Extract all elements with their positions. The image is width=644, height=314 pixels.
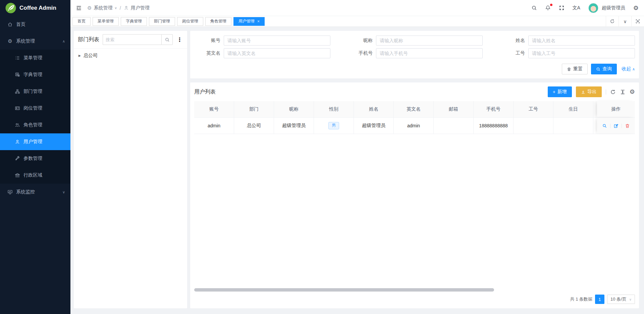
fullscreen-icon[interactable] xyxy=(559,5,565,11)
sidebar-item-label: 字典管理 xyxy=(23,72,42,78)
tab-close-icon[interactable]: × xyxy=(257,19,260,24)
tab-home[interactable]: 首页 xyxy=(72,17,91,26)
department-search-input[interactable] xyxy=(103,34,161,45)
cell-nickname: 超级管理员 xyxy=(274,118,314,134)
cell-email xyxy=(434,118,474,134)
refresh-icon[interactable] xyxy=(606,16,619,27)
sidebar-collapse-icon[interactable] xyxy=(76,5,82,11)
user-list-card: 用户列表 + 新增 导出 xyxy=(190,82,639,308)
reset-button[interactable]: 重置 xyxy=(562,64,588,74)
sidebar-item-system-monitor[interactable]: 系统监控 ∨ xyxy=(0,184,70,200)
page-size-select[interactable]: 10 条/页 ∨ xyxy=(607,295,635,304)
field-name: 姓名 xyxy=(499,36,635,46)
search-icon[interactable] xyxy=(161,34,173,45)
field-english-name: 英文名 xyxy=(194,48,330,58)
horizontal-scrollbar-thumb[interactable] xyxy=(194,288,494,292)
tab-label: 菜单管理 xyxy=(98,18,114,24)
tab-department-management[interactable]: 部门管理 xyxy=(149,17,175,26)
sidebar-item-label: 系统监控 xyxy=(16,189,35,195)
pagination: 共 1 条数据 1 10 条/页 ∨ xyxy=(194,294,635,304)
sidebar-item-department-management[interactable]: 部门管理 xyxy=(0,83,70,100)
sidebar-item-post-management[interactable]: 岗位管理 xyxy=(0,100,70,117)
chevron-up-icon: ∧ xyxy=(62,39,65,44)
sidebar-item-label: 菜单管理 xyxy=(23,55,42,61)
main-content: 部门列表 ⋮ ▶ 总公司 账号 xyxy=(70,27,644,314)
caret-right-icon[interactable]: ▶ xyxy=(78,54,81,57)
sidebar-item-role-management[interactable]: 角色管理 xyxy=(0,117,70,133)
user-list-actions: + 新增 导出 ⚙ xyxy=(548,86,635,97)
sidebar-item-label: 部门管理 xyxy=(23,88,42,95)
monitor-icon xyxy=(7,189,13,195)
sidebar-item-parameter-management[interactable]: 参数管理 xyxy=(0,150,70,167)
row-spacer xyxy=(593,118,597,134)
breadcrumb-label: 用户管理 xyxy=(131,5,150,11)
collapse-link-label: 收起 xyxy=(622,66,631,72)
logo[interactable]: Coffee Admin xyxy=(0,0,70,16)
sidebar-item-label: 行政区域 xyxy=(23,172,42,178)
more-options-icon[interactable]: ⋮ xyxy=(176,36,183,43)
tab-bar: 首页 菜单管理 字典管理 部门管理 岗位管理 角色管理 用户管理 × ∨ xyxy=(70,16,644,27)
field-account: 账号 xyxy=(194,36,330,46)
cell-account: admin xyxy=(194,118,234,134)
phone-input[interactable] xyxy=(376,48,483,58)
row-height-icon[interactable] xyxy=(620,89,626,95)
sidebar-item-menu-management[interactable]: 菜单管理 xyxy=(0,50,70,66)
english-name-input[interactable] xyxy=(224,48,330,58)
column-header-nickname: 昵称 xyxy=(274,101,314,117)
right-column: 账号 昵称 姓名 英文名 手机号 xyxy=(190,31,639,308)
tab-menu-management[interactable]: 菜单管理 xyxy=(93,17,119,26)
sidebar-item-administrative-region[interactable]: 行政区域 xyxy=(0,167,70,184)
pagination-page-1[interactable]: 1 xyxy=(595,295,604,304)
view-row-icon[interactable] xyxy=(602,123,607,128)
tab-label: 岗位管理 xyxy=(182,18,198,24)
user-icon xyxy=(15,139,20,144)
add-user-button[interactable]: + 新增 xyxy=(548,86,572,97)
roles-icon xyxy=(15,122,20,128)
name-input[interactable] xyxy=(528,36,635,46)
column-header-email: 邮箱 xyxy=(434,101,474,117)
tab-options-chevron-icon[interactable]: ∨ xyxy=(619,16,631,27)
collapse-form-link[interactable]: 收起 ∧ xyxy=(622,66,635,72)
sidebar-item-home[interactable]: 首页 xyxy=(0,16,70,33)
department-tree: ▶ 总公司 xyxy=(74,49,187,63)
sidebar-item-system-management[interactable]: ⚙ 系统管理 ∧ xyxy=(0,33,70,50)
chevron-down-icon: ∨ xyxy=(629,298,632,301)
tab-role-management[interactable]: 角色管理 xyxy=(205,17,231,26)
refresh-icon[interactable] xyxy=(610,89,616,95)
settings-gear-icon[interactable]: ⚙ xyxy=(633,4,639,12)
breadcrumb-separator: / xyxy=(120,5,121,11)
tab-post-management[interactable]: 岗位管理 xyxy=(177,17,203,26)
breadcrumb-system-management[interactable]: ⚙ 系统管理 ∨ xyxy=(87,5,117,11)
column-settings-gear-icon[interactable]: ⚙ xyxy=(630,89,635,95)
tab-user-management[interactable]: 用户管理 × xyxy=(233,17,265,26)
nickname-input[interactable] xyxy=(376,36,483,46)
wrench-icon xyxy=(15,156,20,161)
tab-dictionary-management[interactable]: 字典管理 xyxy=(121,17,147,26)
translate-icon[interactable]: 文A xyxy=(573,5,580,11)
field-label: 英文名 xyxy=(194,50,224,56)
field-label: 账号 xyxy=(194,38,224,44)
breadcrumb-user-management[interactable]: 用户管理 xyxy=(124,5,150,11)
account-input[interactable] xyxy=(224,36,330,46)
edit-row-icon[interactable] xyxy=(613,123,619,128)
tree-node-head-office[interactable]: ▶ 总公司 xyxy=(78,53,182,59)
search-icon[interactable] xyxy=(531,5,537,11)
cell-phone: 18888888888 xyxy=(474,118,514,134)
column-header-birthday: 生日 xyxy=(553,101,593,117)
top-header: ⚙ 系统管理 ∨ / 用户管理 文A 超级管理员 ⚙ xyxy=(70,0,644,16)
row-action-group xyxy=(602,123,630,128)
tab-label: 角色管理 xyxy=(210,18,226,24)
user-menu[interactable]: 超级管理员 xyxy=(588,3,625,13)
export-button[interactable]: 导出 xyxy=(576,86,602,97)
app-title: Coffee Admin xyxy=(19,5,56,11)
delete-row-icon[interactable] xyxy=(625,123,630,128)
notification-bell-icon[interactable] xyxy=(545,5,551,11)
content-fullscreen-icon[interactable] xyxy=(631,16,644,27)
job-number-input[interactable] xyxy=(528,48,635,58)
cell-gender: 男 xyxy=(314,118,354,134)
sidebar-item-dictionary-management[interactable]: 字典管理 xyxy=(0,66,70,83)
sidebar-item-user-management[interactable]: 用户管理 xyxy=(0,133,70,150)
search-icon xyxy=(596,67,600,71)
query-button[interactable]: 查询 xyxy=(591,64,617,74)
column-header-account: 账号 xyxy=(194,101,234,117)
